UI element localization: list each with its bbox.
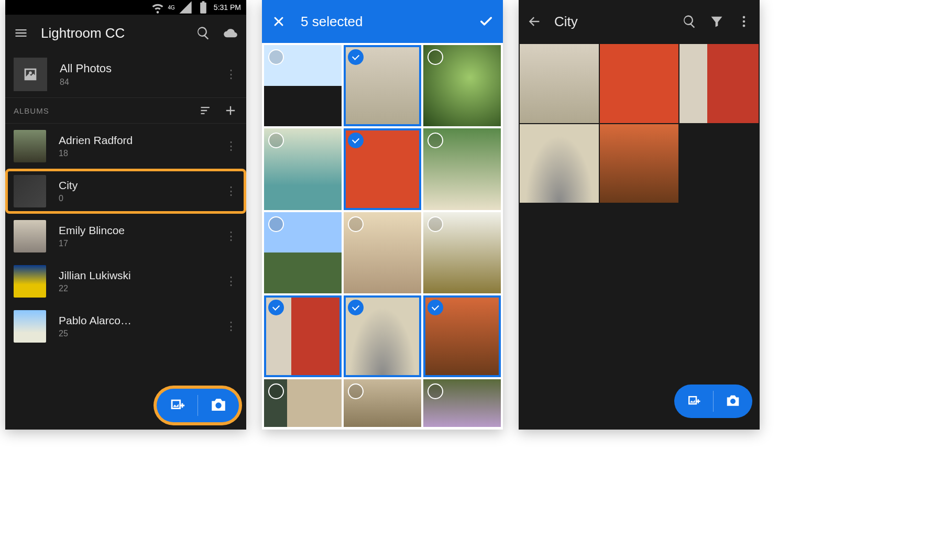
select-badge: [348, 300, 364, 315]
photo-thumb[interactable]: [344, 295, 421, 377]
photo-thumb[interactable]: [679, 44, 759, 123]
selection-bar: 5 selected: [262, 0, 503, 43]
select-badge: [427, 216, 443, 232]
album-count: 25: [59, 329, 213, 338]
album-count: 17: [59, 239, 213, 248]
screen-photo-selection: 5 selected: [262, 0, 503, 430]
photo-thumb[interactable]: [600, 44, 679, 123]
photo-grid: [519, 43, 760, 204]
select-badge: [348, 216, 364, 232]
album-count: 0: [59, 194, 213, 203]
fab-group: [157, 389, 239, 422]
album-thumb: [14, 310, 46, 343]
album-row[interactable]: Emily Blincoe 17 ⋮: [5, 214, 246, 259]
select-badge: [348, 383, 364, 399]
cloud-sync-icon[interactable]: [223, 26, 238, 40]
fab-group: [674, 385, 752, 418]
app-bar: Lightroom CC: [5, 15, 246, 51]
svg-point-1: [743, 20, 745, 23]
select-badge: [348, 133, 364, 148]
network-label: 4G: [168, 5, 175, 10]
photo-thumb[interactable]: [423, 295, 501, 377]
fab-divider: [713, 391, 714, 412]
all-photos-count: 84: [60, 78, 213, 87]
clock-label: 5:31 PM: [214, 3, 241, 12]
select-badge: [268, 300, 284, 315]
status-bar: 4G 5:31 PM: [5, 0, 246, 15]
selection-count-label: 5 selected: [301, 14, 464, 30]
overflow-icon[interactable]: [737, 14, 751, 29]
album-thumb: [14, 220, 46, 252]
albums-section-label: ALBUMS: [14, 106, 190, 115]
photo-thumb[interactable]: [264, 295, 342, 377]
photo-thumb[interactable]: [344, 45, 421, 126]
album-thumb: [14, 175, 46, 207]
select-badge: [348, 49, 364, 65]
menu-icon[interactable]: [14, 26, 28, 40]
row-overflow-icon[interactable]: ⋮: [225, 68, 238, 81]
select-badge: [268, 49, 284, 65]
select-badge: [427, 300, 443, 315]
albums-section-bar: ALBUMS: [5, 97, 246, 124]
all-photos-row[interactable]: All Photos 84 ⋮: [5, 51, 246, 97]
search-icon[interactable]: [196, 26, 211, 40]
photo-thumb[interactable]: [344, 379, 421, 427]
photo-thumb[interactable]: [600, 124, 679, 203]
album-name: Jillian Lukiwski: [59, 269, 213, 282]
screen-album-city: City: [519, 0, 760, 430]
photo-thumb[interactable]: [344, 128, 421, 210]
photo-thumb[interactable]: [423, 45, 501, 126]
close-selection-button[interactable]: [271, 14, 286, 29]
row-overflow-icon[interactable]: ⋮: [225, 274, 238, 288]
back-button[interactable]: [527, 14, 542, 29]
album-name: City: [59, 179, 213, 192]
select-badge: [268, 133, 284, 148]
photo-thumb[interactable]: [520, 44, 599, 123]
search-icon[interactable]: [682, 14, 697, 29]
album-thumb: [14, 265, 46, 298]
fab-divider: [198, 395, 198, 416]
photo-thumb[interactable]: [264, 379, 342, 427]
select-badge: [427, 49, 443, 65]
photo-grid: [262, 43, 503, 429]
photo-thumb[interactable]: [264, 45, 342, 126]
add-photos-button[interactable]: [168, 397, 186, 414]
album-name: Pablo Alarco…: [59, 314, 213, 327]
confirm-selection-button[interactable]: [479, 14, 494, 29]
album-row[interactable]: Jillian Lukiwski 22 ⋮: [5, 259, 246, 304]
all-photos-thumb: [14, 58, 47, 91]
photo-thumb[interactable]: [423, 128, 501, 210]
photo-thumb[interactable]: [520, 124, 599, 203]
photo-thumb[interactable]: [264, 212, 342, 293]
photo-thumb[interactable]: [344, 212, 421, 293]
battery-icon: [196, 0, 211, 15]
album-count: 22: [59, 284, 213, 293]
row-overflow-icon[interactable]: ⋮: [225, 184, 238, 198]
album-name: Emily Blincoe: [59, 224, 213, 237]
photo-thumb[interactable]: [264, 128, 342, 210]
select-badge: [268, 216, 284, 232]
sort-icon[interactable]: [199, 103, 214, 118]
camera-button[interactable]: [210, 397, 227, 414]
row-overflow-icon[interactable]: ⋮: [225, 320, 238, 333]
album-row[interactable]: Pablo Alarco… 25 ⋮: [5, 304, 246, 349]
add-album-icon[interactable]: [223, 103, 238, 118]
image-icon: [21, 65, 39, 83]
photo-thumb[interactable]: [423, 212, 501, 293]
album-row[interactable]: Adrien Radford 18 ⋮: [5, 124, 246, 169]
wifi-icon: [150, 0, 165, 15]
select-badge: [427, 133, 443, 148]
album-title: City: [554, 14, 670, 30]
svg-point-2: [743, 25, 745, 27]
app-title: Lightroom CC: [41, 25, 183, 41]
row-overflow-icon[interactable]: ⋮: [225, 229, 238, 243]
all-photos-label: All Photos: [60, 62, 213, 75]
select-badge: [427, 383, 443, 399]
photo-thumb[interactable]: [423, 379, 501, 427]
camera-button[interactable]: [725, 393, 741, 409]
filter-icon[interactable]: [709, 14, 724, 29]
row-overflow-icon[interactable]: ⋮: [225, 139, 238, 153]
svg-point-0: [743, 16, 745, 19]
add-photos-button[interactable]: [686, 393, 701, 409]
album-row[interactable]: City 0 ⋮: [5, 169, 246, 214]
